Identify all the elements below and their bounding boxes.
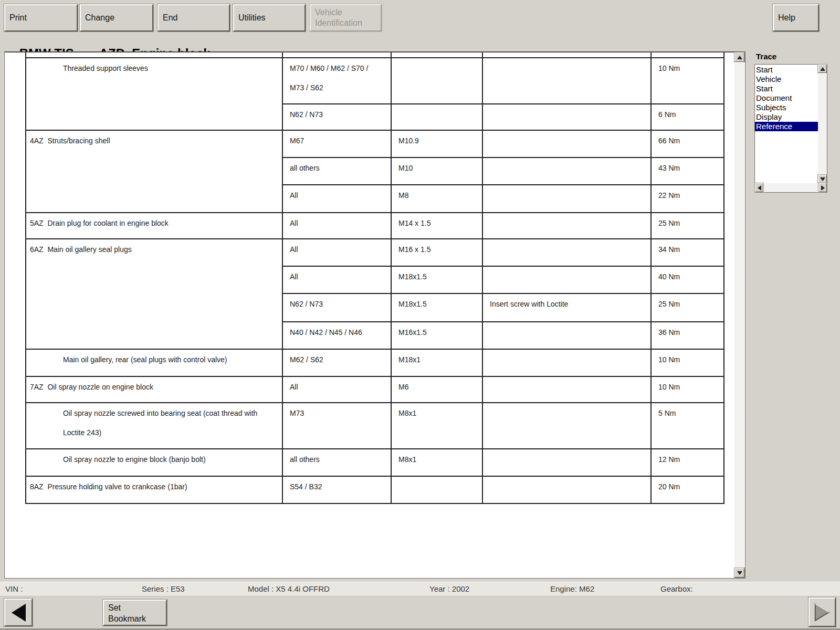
torque-cell: 40 Nm [651, 266, 724, 293]
thread-cell [391, 52, 482, 58]
engine-cell: S54 / B32 [282, 476, 391, 503]
note-cell [482, 449, 651, 476]
trace-hscrollbar[interactable] [755, 183, 827, 192]
engine-cell: All [282, 185, 391, 213]
trace-scroll-up-button[interactable] [818, 65, 827, 73]
back-button[interactable] [4, 598, 33, 626]
down-arrow-icon [737, 571, 742, 575]
menu-change-button[interactable]: Change [80, 4, 153, 32]
trace-listbox-main: StartVehicleStartDocumentSubjectsDisplay… [755, 65, 827, 183]
thread-cell: M8x1 [391, 403, 482, 449]
table-row [26, 52, 724, 58]
engine-cell: M67 [282, 130, 391, 158]
engine-cell [282, 52, 391, 58]
status-model: Model : X5 4.4i OFFRD [248, 582, 330, 596]
trace-item[interactable]: Start [755, 65, 818, 75]
table-row: 8AZ Pressure holding valve to crankcase … [26, 476, 724, 503]
back-arrow-icon [12, 604, 26, 622]
status-gearbox: Gearbox: [660, 582, 693, 596]
note-cell [482, 158, 651, 185]
torque-cell: 36 Nm [651, 322, 724, 349]
up-arrow-icon [820, 67, 825, 71]
note-cell [482, 130, 651, 158]
note-cell [482, 266, 651, 293]
down-arrow-icon [820, 177, 825, 181]
trace-hscrollbar-track[interactable] [763, 183, 818, 192]
thread-cell [391, 104, 482, 130]
help-button[interactable]: Help [773, 4, 819, 32]
note-cell [482, 239, 651, 266]
trace-listbox-items: StartVehicleStartDocumentSubjectsDisplay… [755, 65, 818, 183]
component-cell [26, 52, 282, 58]
note-cell: Insert screw with Loctite [482, 293, 651, 322]
menu-vehicle-identification-button[interactable]: Vehicle Identification [310, 4, 382, 32]
table-row: 5AZ Drain plug for coolant in engine blo… [26, 213, 724, 239]
trace-scroll-left-button[interactable] [755, 183, 763, 192]
thread-cell: M16x1.5 [391, 322, 482, 349]
component-cell: 6AZ Main oil gallery seal plugs [26, 239, 282, 349]
component-cell: Main oil gallery, rear (seal plugs with … [26, 349, 282, 376]
status-engine: Engine: M62 [550, 582, 594, 596]
bmw-tis-window: Print Change End Utilities Vehicle Ident… [0, 0, 840, 630]
menu-utilities-button[interactable]: Utilities [233, 4, 306, 32]
engine-cell: All [282, 376, 391, 403]
table-row: 7AZ Oil spray nozzle on engine blockAllM… [26, 376, 724, 403]
note-cell [482, 322, 651, 349]
torque-cell: 22 Nm [651, 185, 724, 213]
engine-cell: All [282, 266, 391, 293]
menu-end-button[interactable]: End [158, 4, 230, 32]
document-scrollbar[interactable] [734, 52, 744, 578]
component-cell: 8AZ Pressure holding valve to crankcase … [26, 476, 282, 503]
left-arrow-icon [758, 185, 761, 191]
thread-cell: M18x1.5 [391, 293, 482, 322]
torque-cell: 20 Nm [651, 476, 724, 503]
engine-cell: M62 / S62 [282, 349, 391, 376]
torque-cell: 10 Nm [651, 349, 724, 376]
status-series: Series : E53 [142, 582, 185, 596]
trace-vscrollbar-track[interactable] [818, 73, 827, 175]
torque-cell: 34 Nm [651, 239, 724, 266]
scroll-up-button[interactable] [734, 52, 744, 62]
table-row: Threaded support sleevesM70 / M60 / M62 … [26, 58, 724, 104]
trace-item[interactable]: Display [755, 112, 818, 122]
torque-cell: 10 Nm [651, 58, 724, 104]
trace-vscrollbar[interactable] [818, 65, 827, 183]
note-cell [482, 376, 651, 403]
trace-label: Trace [756, 52, 776, 61]
document-scrollbar-track[interactable] [734, 62, 744, 568]
thread-cell: M18x1 [391, 349, 482, 376]
thread-cell: M8x1 [391, 449, 482, 476]
thread-cell: M10 [391, 158, 482, 185]
torque-cell: 10 Nm [651, 376, 724, 403]
thread-cell: M8 [391, 185, 482, 213]
trace-scroll-right-button[interactable] [818, 183, 827, 192]
note-cell [482, 104, 651, 130]
torque-cell: 6 Nm [651, 104, 724, 130]
torque-cell: 25 Nm [651, 213, 724, 239]
document-panel: Threaded support sleevesM70 / M60 / M62 … [4, 51, 746, 579]
set-bookmark-button[interactable]: Set Bookmark [103, 600, 167, 626]
status-bar: VIN : Series : E53 Model : X5 4.4i OFFRD… [0, 582, 840, 596]
torque-cell: 5 Nm [651, 403, 724, 449]
trace-scroll-down-button[interactable] [818, 175, 827, 183]
note-cell [482, 476, 651, 503]
trace-item[interactable]: Document [755, 93, 818, 103]
trace-item[interactable]: Reference [755, 122, 818, 131]
torque-cell [651, 52, 724, 58]
note-cell [482, 403, 651, 449]
table-row: Main oil gallery, rear (seal plugs with … [26, 349, 724, 376]
trace-item[interactable]: Start [755, 84, 818, 93]
note-cell [482, 349, 651, 376]
thread-cell: M10.9 [391, 130, 482, 158]
up-arrow-icon [737, 56, 742, 59]
table-row: 6AZ Main oil gallery seal plugsAllM16 x … [26, 239, 724, 266]
torque-cell: 12 Nm [651, 449, 724, 476]
forward-button[interactable] [808, 597, 836, 627]
component-cell: Oil spray nozzle to engine block (banjo … [26, 449, 282, 476]
note-cell [482, 185, 651, 213]
scroll-down-button[interactable] [734, 568, 744, 578]
menu-print-button[interactable]: Print [4, 4, 78, 32]
trace-item[interactable]: Vehicle [755, 75, 818, 84]
forward-arrow-icon [814, 602, 831, 622]
trace-item[interactable]: Subjects [755, 103, 818, 112]
